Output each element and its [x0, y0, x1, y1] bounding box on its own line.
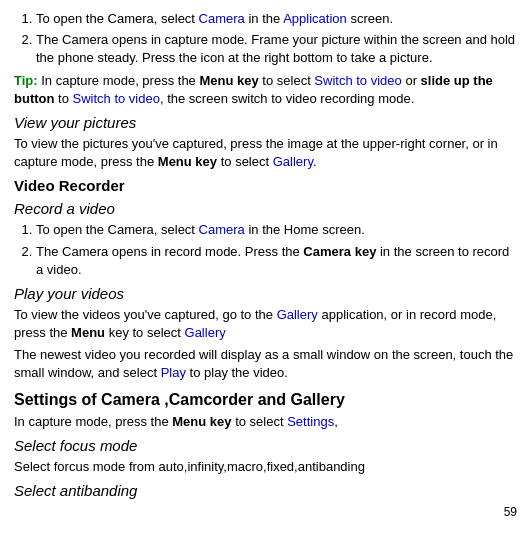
link-gallery-2: Gallery: [277, 307, 318, 322]
text-static: To open the Camera, select: [36, 222, 199, 237]
tip-paragraph: Tip: In capture mode, press the Menu key…: [14, 72, 517, 108]
link-play: Play: [161, 365, 186, 380]
list-item-1: To open the Camera, select Camera in the…: [36, 10, 517, 28]
text-static: ,: [334, 414, 338, 429]
section-record-video-heading: Record a video: [14, 200, 517, 217]
link-camera-2: Camera: [199, 222, 245, 237]
tip-menu-key: Menu key: [199, 73, 258, 88]
list-item-2: The Camera opens in capture mode. Frame …: [36, 31, 517, 67]
text-static: to play the video.: [186, 365, 288, 380]
tip-text3: or: [402, 73, 421, 88]
link-application: Application: [283, 11, 347, 26]
text-static: In capture mode, press the: [14, 414, 172, 429]
text-static: To view the videos you've captured, go t…: [14, 307, 277, 322]
focus-mode-para: Select forcus mode from auto,infinity,ma…: [14, 458, 517, 476]
list-record: To open the Camera, select Camera in the…: [14, 221, 517, 279]
menu-label: Menu: [71, 325, 105, 340]
text-static: Select forcus mode from auto,infinity,ma…: [14, 459, 365, 474]
text-static: in the Home screen.: [245, 222, 365, 237]
record-list-item-2: The Camera opens in record mode. Press t…: [36, 243, 517, 279]
section-video-recorder-heading: Video Recorder: [14, 177, 517, 194]
tip-text: In capture mode, press the: [38, 73, 200, 88]
record-list-item-1: To open the Camera, select Camera in the…: [36, 221, 517, 239]
text-static: The Camera opens in capture mode. Frame …: [36, 32, 515, 65]
list-capture: To open the Camera, select Camera in the…: [14, 10, 517, 68]
text-static: screen.: [347, 11, 393, 26]
tip-link-switch-video2: Switch to video: [73, 91, 160, 106]
section-antibanding-heading: Select antibanding: [14, 482, 517, 499]
text-static: To open the Camera, select: [36, 11, 199, 26]
tip-link-switch-video: Switch to video: [314, 73, 401, 88]
section-focus-mode-heading: Select focus mode: [14, 437, 517, 454]
camera-key-label: Camera key: [303, 244, 376, 259]
menu-key-label: Menu key: [158, 154, 217, 169]
tip-text4: to: [54, 91, 72, 106]
section-settings-heading: Settings of Camera ,Camcorder and Galler…: [14, 391, 517, 409]
link-gallery-1: Gallery: [273, 154, 313, 169]
text-static: to select: [232, 414, 288, 429]
text-static: .: [313, 154, 317, 169]
text-static: The Camera opens in record mode. Press t…: [36, 244, 303, 259]
view-pictures-para: To view the pictures you've captured, pr…: [14, 135, 517, 171]
link-settings: Settings: [287, 414, 334, 429]
tip-text2: to select: [259, 73, 315, 88]
play-videos-para2: The newest video you recorded will displ…: [14, 346, 517, 382]
page-number: 59: [14, 505, 517, 519]
text-static: key to select: [105, 325, 184, 340]
menu-key-label-2: Menu key: [172, 414, 231, 429]
page-number-text: 59: [504, 505, 517, 519]
text-static: in the: [245, 11, 283, 26]
tip-label: Tip:: [14, 73, 38, 88]
settings-para: In capture mode, press the Menu key to s…: [14, 413, 517, 431]
play-videos-para1: To view the videos you've captured, go t…: [14, 306, 517, 342]
section-view-pictures-heading: View your pictures: [14, 114, 517, 131]
link-gallery-3: Gallery: [185, 325, 226, 340]
page-content: To open the Camera, select Camera in the…: [14, 10, 517, 519]
text-static: to select: [217, 154, 273, 169]
section-play-videos-heading: Play your videos: [14, 285, 517, 302]
link-camera: Camera: [199, 11, 245, 26]
tip-end: , the screen switch to video recording m…: [160, 91, 414, 106]
